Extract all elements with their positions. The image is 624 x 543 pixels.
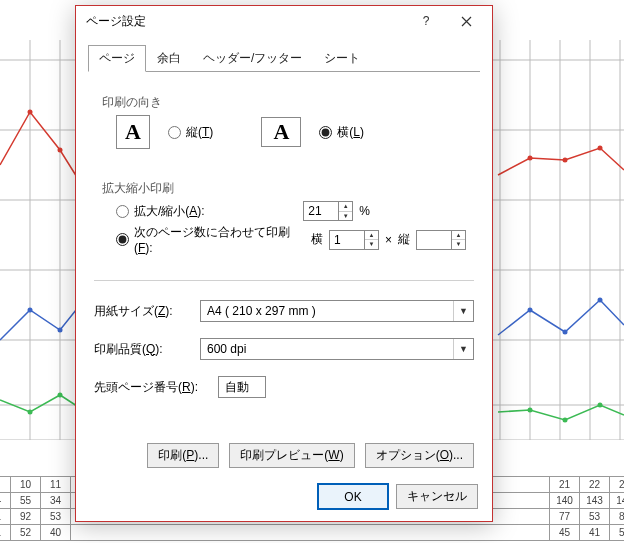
page-setup-dialog: ページ設定 ? ページ 余白 ヘッダー/フッター シート 印刷の向き A 縦(T… <box>75 5 493 522</box>
svg-point-23 <box>598 298 603 303</box>
dialog-footer: OK キャンセル <box>76 476 492 521</box>
spinner-arrows[interactable]: ▲▼ <box>338 202 352 220</box>
fit-radio-input[interactable] <box>116 233 129 246</box>
options-button[interactable]: オプション(O)... <box>365 443 474 468</box>
svg-point-21 <box>528 308 533 313</box>
tab-content: 印刷の向き A 縦(T) A 横(L) 拡大縮小印刷 <box>76 72 492 476</box>
svg-point-15 <box>58 148 63 153</box>
fit-radio[interactable]: 次のページ数に合わせて印刷(F): <box>116 224 305 255</box>
svg-point-28 <box>598 403 603 408</box>
spinner-arrows[interactable]: ▲▼ <box>364 231 378 249</box>
action-buttons: 印刷(P)... 印刷プレビュー(W) オプション(O)... <box>94 443 474 468</box>
print-quality-row: 印刷品質(Q): 600 dpi ▼ <box>94 338 474 360</box>
tab-margins[interactable]: 余白 <box>146 45 192 72</box>
scaling-legend: 拡大縮小印刷 <box>102 180 466 197</box>
fit-tall-label: 縦 <box>398 231 410 248</box>
first-page-row: 先頭ページ番号(R): 自動 <box>94 376 474 398</box>
print-quality-select[interactable]: 600 dpi ▼ <box>200 338 474 360</box>
svg-point-14 <box>28 110 33 115</box>
fit-wide-label: 横 <box>311 231 323 248</box>
cancel-button[interactable]: キャンセル <box>396 484 478 509</box>
print-quality-value: 600 dpi <box>201 342 453 356</box>
titlebar: ページ設定 ? <box>76 6 492 36</box>
svg-point-24 <box>28 410 33 415</box>
svg-point-17 <box>563 158 568 163</box>
adjust-radio[interactable]: 拡大/縮小(A): <box>116 203 205 220</box>
orientation-group: 印刷の向き A 縦(T) A 横(L) <box>94 84 474 160</box>
svg-point-27 <box>563 418 568 423</box>
paper-size-select[interactable]: A4 ( 210 x 297 mm ) ▼ <box>200 300 474 322</box>
fit-tall-input[interactable] <box>417 231 451 249</box>
first-page-label: 先頭ページ番号(R): <box>94 379 212 396</box>
adjust-radio-input[interactable] <box>116 205 129 218</box>
first-page-input[interactable]: 自動 <box>218 376 266 398</box>
landscape-radio[interactable]: 横(L) <box>319 124 364 141</box>
help-button[interactable]: ? <box>406 7 446 35</box>
close-icon <box>461 16 472 27</box>
adjust-unit: % <box>359 204 370 218</box>
adjust-spinner[interactable]: ▲▼ <box>303 201 353 221</box>
ok-button[interactable]: OK <box>318 484 388 509</box>
paper-size-row: 用紙サイズ(Z): A4 ( 210 x 297 mm ) ▼ <box>94 300 474 322</box>
fit-tall-spinner[interactable]: ▲▼ <box>416 230 466 250</box>
print-preview-button[interactable]: 印刷プレビュー(W) <box>229 443 354 468</box>
fit-wide-input[interactable] <box>330 231 364 249</box>
landscape-radio-input[interactable] <box>319 126 332 139</box>
landscape-icon: A <box>261 117 301 147</box>
print-button[interactable]: 印刷(P)... <box>147 443 219 468</box>
svg-point-22 <box>563 330 568 335</box>
tab-header-footer[interactable]: ヘッダー/フッター <box>192 45 313 72</box>
tab-strip: ページ 余白 ヘッダー/フッター シート <box>88 44 480 72</box>
chevron-down-icon: ▼ <box>453 339 473 359</box>
separator <box>94 280 474 281</box>
portrait-icon: A <box>116 115 150 149</box>
svg-point-26 <box>528 408 533 413</box>
svg-point-18 <box>598 146 603 151</box>
spinner-arrows[interactable]: ▲▼ <box>451 231 465 249</box>
fit-wide-spinner[interactable]: ▲▼ <box>329 230 379 250</box>
portrait-radio[interactable]: 縦(T) <box>168 124 213 141</box>
svg-point-19 <box>28 308 33 313</box>
portrait-radio-input[interactable] <box>168 126 181 139</box>
paper-size-label: 用紙サイズ(Z): <box>94 303 194 320</box>
close-button[interactable] <box>446 7 486 35</box>
orientation-legend: 印刷の向き <box>102 94 466 111</box>
dialog-title: ページ設定 <box>86 13 406 30</box>
svg-point-20 <box>58 328 63 333</box>
print-quality-label: 印刷品質(Q): <box>94 341 194 358</box>
scaling-group: 拡大縮小印刷 拡大/縮小(A): ▲▼ % 次のページ数に合わせて印刷(F): <box>94 170 474 266</box>
svg-point-25 <box>58 393 63 398</box>
fit-x: × <box>385 233 392 247</box>
paper-size-value: A4 ( 210 x 297 mm ) <box>201 304 453 318</box>
tab-page[interactable]: ページ <box>88 45 146 72</box>
adjust-input[interactable] <box>304 202 338 220</box>
svg-point-16 <box>528 156 533 161</box>
chevron-down-icon: ▼ <box>453 301 473 321</box>
tab-sheet[interactable]: シート <box>313 45 371 72</box>
